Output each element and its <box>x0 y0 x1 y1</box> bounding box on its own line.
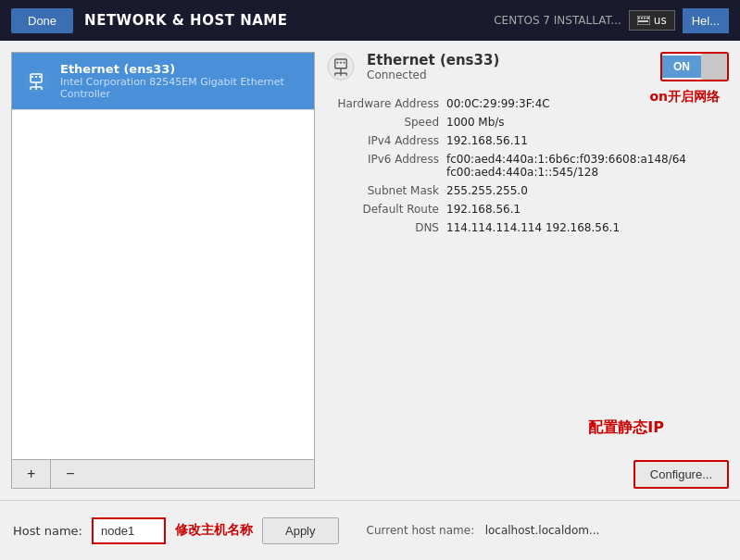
svg-rect-2 <box>641 18 643 19</box>
add-device-button[interactable]: + <box>12 460 51 488</box>
device-list: Ethernet (ens33) Intel Corporation 82545… <box>12 53 314 459</box>
apply-button[interactable]: Apply <box>262 517 339 544</box>
subnet-row: Subnet Mask 255.255.255.0 <box>326 181 729 200</box>
svg-rect-15 <box>39 76 41 78</box>
subnet-value: 255.255.255.0 <box>446 181 729 200</box>
svg-rect-5 <box>638 20 648 22</box>
svg-point-16 <box>328 54 354 80</box>
network-info-table: Hardware Address 00:0C:29:99:3F:4C Speed… <box>326 94 729 237</box>
device-detail-panel: Ethernet (ens33) Connected ON on开启网络 Har… <box>326 52 729 489</box>
speed-row: Speed 1000 Mb/s <box>326 113 729 131</box>
svg-rect-25 <box>344 62 345 64</box>
configure-btn-container: Configure... <box>326 460 729 489</box>
device-header-info: Ethernet (ens33) Connected <box>367 52 499 81</box>
annotation-ip: 配置静态IP <box>588 418 664 438</box>
ipv6-value: fc00:aed4:440a:1:6b6c:f039:6608:a148/64 … <box>446 150 729 181</box>
keyboard-icon <box>637 16 650 25</box>
top-right-title: CENTOS 7 INSTALLAT... <box>494 14 621 27</box>
done-button[interactable]: Done <box>11 8 73 33</box>
dns-label: DNS <box>326 218 446 237</box>
svg-rect-23 <box>337 62 339 64</box>
keyboard-label: us <box>654 14 667 27</box>
annotation-on: on开启网络 <box>649 89 720 106</box>
ipv6-row: IPv6 Address fc00:aed4:440a:1:6b6c:f039:… <box>326 150 729 181</box>
svg-rect-3 <box>644 18 646 19</box>
bottom-bar: Host name: 修改主机名称 Apply Current host nam… <box>0 500 740 560</box>
hostname-label: Host name: <box>13 524 82 538</box>
svg-point-6 <box>23 68 49 94</box>
device-name: Ethernet (ens33) <box>60 62 305 76</box>
header-right: CENTOS 7 INSTALLAT... us Hel... <box>494 8 729 33</box>
list-controls: + − <box>12 459 314 488</box>
device-item[interactable]: Ethernet (ens33) Intel Corporation 82545… <box>12 53 314 110</box>
svg-rect-13 <box>31 76 33 78</box>
hostname-annotation: 修改主机名称 <box>175 522 253 539</box>
current-hostname-value: localhost.localdom... <box>485 524 600 537</box>
ipv4-row: IPv4 Address 192.168.56.11 <box>326 131 729 150</box>
detail-ethernet-icon <box>326 52 356 81</box>
page-title: NETWORK & HOST NAME <box>84 12 287 29</box>
dns-value: 114.114.114.114 192.168.56.1 <box>446 218 729 237</box>
toggle-on-button[interactable]: ON <box>662 56 701 78</box>
device-subtitle: Intel Corporation 82545EM Gigabit Ethern… <box>60 76 305 100</box>
svg-rect-14 <box>35 76 37 78</box>
configure-button[interactable]: Configure... <box>633 460 729 489</box>
ipv6-line2: fc00:aed4:440a:1::545/128 <box>446 166 729 179</box>
header: Done NETWORK & HOST NAME CENTOS 7 INSTAL… <box>0 0 740 41</box>
keyboard-indicator[interactable]: us <box>629 10 675 31</box>
main-area: Ethernet (ens33) Intel Corporation 82545… <box>0 41 740 560</box>
ipv6-label: IPv6 Address <box>326 150 446 181</box>
dns-row: DNS 114.114.114.114 192.168.56.1 <box>326 218 729 237</box>
current-hostname: Current host name: localhost.localdom... <box>367 524 600 537</box>
device-info: Ethernet (ens33) Intel Corporation 82545… <box>60 62 305 100</box>
device-list-panel: Ethernet (ens33) Intel Corporation 82545… <box>11 52 315 489</box>
help-button[interactable]: Hel... <box>683 8 729 33</box>
remove-device-button[interactable]: − <box>51 460 89 488</box>
device-header-left: Ethernet (ens33) Connected <box>326 52 499 81</box>
ipv4-value: 192.168.56.11 <box>446 131 729 150</box>
svg-rect-24 <box>340 62 342 64</box>
hardware-address-label: Hardware Address <box>326 94 446 113</box>
device-header: Ethernet (ens33) Connected ON <box>326 52 729 81</box>
toggle-off-area[interactable] <box>701 54 727 80</box>
current-hostname-label: Current host name: <box>367 524 475 537</box>
speed-value: 1000 Mb/s <box>446 113 729 131</box>
hostname-input[interactable] <box>92 517 166 544</box>
svg-rect-1 <box>638 18 640 19</box>
ipv4-label: IPv4 Address <box>326 131 446 150</box>
default-route-value: 192.168.56.1 <box>446 200 729 218</box>
ethernet-icon <box>21 67 51 96</box>
svg-rect-4 <box>646 18 649 19</box>
default-route-label: Default Route <box>326 200 446 218</box>
toggle-container[interactable]: ON <box>660 52 729 81</box>
detail-device-name: Ethernet (ens33) <box>367 52 499 68</box>
subnet-label: Subnet Mask <box>326 181 446 200</box>
speed-label: Speed <box>326 113 446 131</box>
ipv6-line1: fc00:aed4:440a:1:6b6c:f039:6608:a148/64 <box>446 153 729 166</box>
content-area: Ethernet (ens33) Intel Corporation 82545… <box>0 41 740 500</box>
detail-device-status: Connected <box>367 68 499 81</box>
default-route-row: Default Route 192.168.56.1 <box>326 200 729 218</box>
